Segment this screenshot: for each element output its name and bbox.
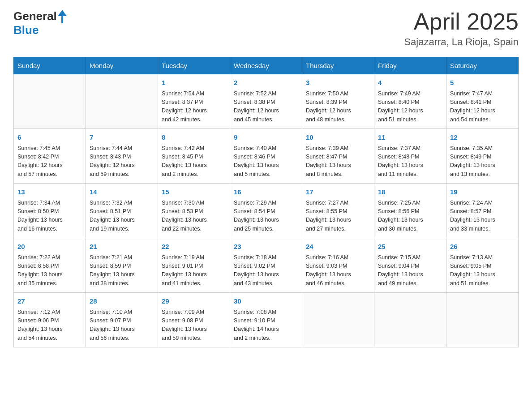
calendar-cell: 5Sunrise: 7:47 AM Sunset: 8:41 PM Daylig… [446, 74, 519, 129]
location-subtitle: Sajazarra, La Rioja, Spain [404, 36, 519, 48]
weekday-header-tuesday: Tuesday [158, 57, 230, 74]
day-info: Sunrise: 7:45 AM Sunset: 8:42 PM Dayligh… [17, 144, 82, 179]
day-number: 7 [90, 133, 154, 143]
calendar-cell: 15Sunrise: 7:30 AM Sunset: 8:53 PM Dayli… [158, 184, 230, 238]
calendar-cell [14, 74, 86, 129]
day-number: 23 [234, 242, 298, 252]
calendar-header: SundayMondayTuesdayWednesdayThursdayFrid… [14, 57, 519, 74]
day-number: 29 [162, 296, 226, 307]
week-row-3: 13Sunrise: 7:34 AM Sunset: 8:50 PM Dayli… [14, 184, 519, 238]
logo-text-main: General [13, 9, 57, 23]
day-number: 20 [17, 242, 82, 252]
day-info: Sunrise: 7:16 AM Sunset: 9:03 PM Dayligh… [306, 253, 370, 288]
month-title: April 2025 [404, 9, 519, 34]
calendar-cell: 3Sunrise: 7:50 AM Sunset: 8:39 PM Daylig… [302, 74, 374, 129]
day-info: Sunrise: 7:21 AM Sunset: 8:59 PM Dayligh… [90, 253, 154, 288]
calendar-cell: 7Sunrise: 7:44 AM Sunset: 8:43 PM Daylig… [86, 129, 158, 184]
weekday-header-row: SundayMondayTuesdayWednesdayThursdayFrid… [14, 57, 519, 74]
day-number: 28 [90, 296, 154, 307]
weekday-header-wednesday: Wednesday [230, 57, 302, 74]
day-info: Sunrise: 7:42 AM Sunset: 8:45 PM Dayligh… [162, 144, 226, 179]
calendar-cell: 1Sunrise: 7:54 AM Sunset: 8:37 PM Daylig… [158, 74, 230, 129]
calendar-cell: 8Sunrise: 7:42 AM Sunset: 8:45 PM Daylig… [158, 129, 230, 184]
day-info: Sunrise: 7:54 AM Sunset: 8:37 PM Dayligh… [162, 90, 226, 124]
day-number: 24 [306, 242, 370, 252]
day-number: 3 [306, 78, 370, 88]
calendar-cell: 28Sunrise: 7:10 AM Sunset: 9:07 PM Dayli… [86, 293, 158, 347]
day-number: 11 [378, 133, 442, 143]
calendar-cell: 27Sunrise: 7:12 AM Sunset: 9:06 PM Dayli… [14, 293, 86, 347]
page-header: General Blue April 2025 Sajazarra, La Ri… [13, 9, 519, 48]
day-info: Sunrise: 7:19 AM Sunset: 9:01 PM Dayligh… [162, 253, 226, 288]
day-info: Sunrise: 7:39 AM Sunset: 8:47 PM Dayligh… [306, 144, 370, 179]
calendar-cell: 20Sunrise: 7:22 AM Sunset: 8:58 PM Dayli… [14, 238, 86, 293]
week-row-2: 6Sunrise: 7:45 AM Sunset: 8:42 PM Daylig… [14, 129, 519, 184]
day-number: 8 [162, 133, 226, 143]
day-number: 2 [234, 78, 298, 88]
day-number: 16 [234, 187, 298, 197]
calendar-cell: 9Sunrise: 7:40 AM Sunset: 8:46 PM Daylig… [230, 129, 302, 184]
calendar-cell: 14Sunrise: 7:32 AM Sunset: 8:51 PM Dayli… [86, 184, 158, 238]
day-info: Sunrise: 7:50 AM Sunset: 8:39 PM Dayligh… [306, 90, 370, 124]
day-number: 22 [162, 242, 226, 252]
weekday-header-saturday: Saturday [446, 57, 519, 74]
calendar-cell: 30Sunrise: 7:08 AM Sunset: 9:10 PM Dayli… [230, 293, 302, 347]
day-info: Sunrise: 7:18 AM Sunset: 9:02 PM Dayligh… [234, 253, 298, 288]
day-info: Sunrise: 7:25 AM Sunset: 8:56 PM Dayligh… [378, 199, 442, 234]
day-info: Sunrise: 7:49 AM Sunset: 8:40 PM Dayligh… [378, 90, 442, 124]
calendar-cell: 25Sunrise: 7:15 AM Sunset: 9:04 PM Dayli… [374, 238, 446, 293]
day-info: Sunrise: 7:44 AM Sunset: 8:43 PM Dayligh… [90, 144, 154, 179]
week-row-4: 20Sunrise: 7:22 AM Sunset: 8:58 PM Dayli… [14, 238, 519, 293]
day-number: 18 [378, 187, 442, 197]
day-info: Sunrise: 7:34 AM Sunset: 8:50 PM Dayligh… [17, 199, 82, 234]
calendar-body: 1Sunrise: 7:54 AM Sunset: 8:37 PM Daylig… [14, 74, 519, 347]
calendar-cell: 13Sunrise: 7:34 AM Sunset: 8:50 PM Dayli… [14, 184, 86, 238]
day-number: 19 [450, 187, 515, 197]
calendar-cell: 17Sunrise: 7:27 AM Sunset: 8:55 PM Dayli… [302, 184, 374, 238]
calendar-cell: 24Sunrise: 7:16 AM Sunset: 9:03 PM Dayli… [302, 238, 374, 293]
weekday-header-sunday: Sunday [14, 57, 86, 74]
day-number: 4 [378, 78, 442, 88]
logo-text-blue: Blue [13, 23, 39, 37]
calendar-table: SundayMondayTuesdayWednesdayThursdayFrid… [13, 57, 519, 347]
day-info: Sunrise: 7:30 AM Sunset: 8:53 PM Dayligh… [162, 199, 226, 234]
calendar-cell: 12Sunrise: 7:35 AM Sunset: 8:49 PM Dayli… [446, 129, 519, 184]
day-number: 6 [17, 133, 82, 143]
day-info: Sunrise: 7:13 AM Sunset: 9:05 PM Dayligh… [450, 253, 515, 288]
day-info: Sunrise: 7:09 AM Sunset: 9:08 PM Dayligh… [162, 308, 226, 343]
calendar-cell: 29Sunrise: 7:09 AM Sunset: 9:08 PM Dayli… [158, 293, 230, 347]
week-row-1: 1Sunrise: 7:54 AM Sunset: 8:37 PM Daylig… [14, 74, 519, 129]
day-number: 15 [162, 187, 226, 197]
calendar-cell: 6Sunrise: 7:45 AM Sunset: 8:42 PM Daylig… [14, 129, 86, 184]
day-info: Sunrise: 7:27 AM Sunset: 8:55 PM Dayligh… [306, 199, 370, 234]
day-info: Sunrise: 7:10 AM Sunset: 9:07 PM Dayligh… [90, 308, 154, 343]
day-number: 13 [17, 187, 82, 197]
day-info: Sunrise: 7:24 AM Sunset: 8:57 PM Dayligh… [450, 199, 515, 234]
day-info: Sunrise: 7:22 AM Sunset: 8:58 PM Dayligh… [17, 253, 82, 288]
calendar-cell: 2Sunrise: 7:52 AM Sunset: 8:38 PM Daylig… [230, 74, 302, 129]
day-info: Sunrise: 7:52 AM Sunset: 8:38 PM Dayligh… [234, 90, 298, 124]
day-info: Sunrise: 7:32 AM Sunset: 8:51 PM Dayligh… [90, 199, 154, 234]
day-number: 9 [234, 133, 298, 143]
day-number: 12 [450, 133, 515, 143]
day-info: Sunrise: 7:12 AM Sunset: 9:06 PM Dayligh… [17, 308, 82, 343]
day-info: Sunrise: 7:37 AM Sunset: 8:48 PM Dayligh… [378, 144, 442, 179]
weekday-header-monday: Monday [86, 57, 158, 74]
day-info: Sunrise: 7:15 AM Sunset: 9:04 PM Dayligh… [378, 253, 442, 288]
day-info: Sunrise: 7:29 AM Sunset: 8:54 PM Dayligh… [234, 199, 298, 234]
calendar-cell: 18Sunrise: 7:25 AM Sunset: 8:56 PM Dayli… [374, 184, 446, 238]
calendar-cell: 10Sunrise: 7:39 AM Sunset: 8:47 PM Dayli… [302, 129, 374, 184]
calendar-cell [302, 293, 374, 347]
calendar-cell: 4Sunrise: 7:49 AM Sunset: 8:40 PM Daylig… [374, 74, 446, 129]
calendar-cell: 11Sunrise: 7:37 AM Sunset: 8:48 PM Dayli… [374, 129, 446, 184]
calendar-cell: 26Sunrise: 7:13 AM Sunset: 9:05 PM Dayli… [446, 238, 519, 293]
week-row-5: 27Sunrise: 7:12 AM Sunset: 9:06 PM Dayli… [14, 293, 519, 347]
day-number: 14 [90, 187, 154, 197]
logo: General Blue [13, 9, 67, 37]
calendar-cell: 21Sunrise: 7:21 AM Sunset: 8:59 PM Dayli… [86, 238, 158, 293]
calendar-cell [86, 74, 158, 129]
day-info: Sunrise: 7:35 AM Sunset: 8:49 PM Dayligh… [450, 144, 515, 179]
day-number: 21 [90, 242, 154, 252]
weekday-header-thursday: Thursday [302, 57, 374, 74]
day-number: 27 [17, 296, 82, 307]
